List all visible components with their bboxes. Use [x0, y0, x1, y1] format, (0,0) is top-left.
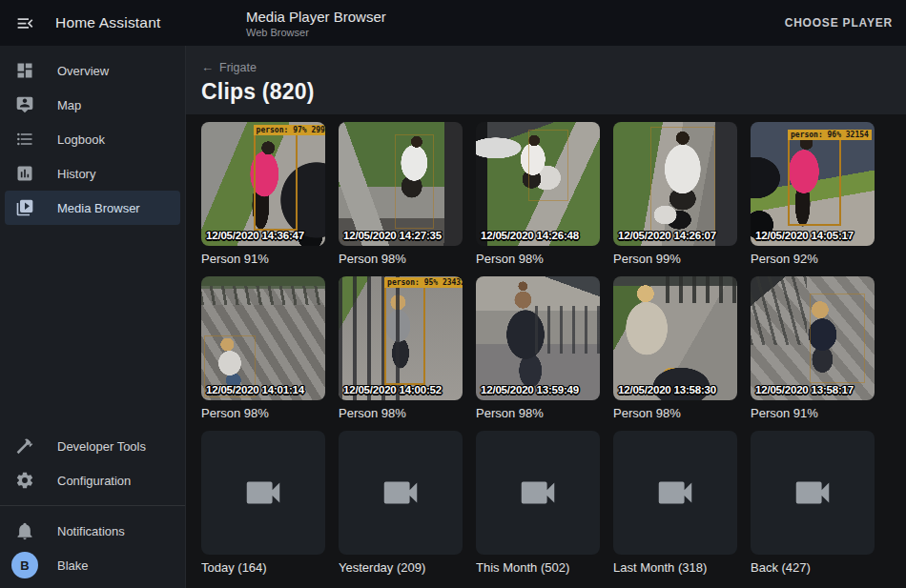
page-title: Media Player Browser [246, 9, 386, 25]
clip-thumbnail: 12/05/2020 14:26:07 [613, 122, 737, 246]
back-arrow-icon: ← [201, 60, 214, 74]
clip-caption: Person 91% [751, 406, 875, 421]
detection-box [528, 130, 569, 201]
media-clip-card[interactable]: 12/05/2020 14:27:35 Person 98% [339, 122, 463, 267]
clip-caption: Person 92% [751, 252, 875, 267]
avatar: B [11, 552, 38, 578]
sidebar: Overview Map Logbook History Media Brows… [0, 46, 186, 588]
clip-caption: Person 98% [476, 406, 600, 421]
folder-caption: Today (164) [201, 560, 325, 576]
folder-caption: Yesterday (209) [339, 560, 463, 576]
sidebar-item-overview[interactable]: Overview [5, 53, 180, 88]
sidebar-divider [0, 505, 185, 506]
media-clip-card[interactable]: 12/05/2020 13:58:17 Person 91% [751, 276, 875, 421]
detection-label: person: 96% 32154 [788, 130, 872, 140]
media-clip-card[interactable]: 12/05/2020 14:01:14 Person 98% [201, 276, 325, 421]
clip-thumbnail: person: 96% 32154 12/05/2020 14:05:17 [751, 122, 875, 246]
page-title-block: Media Player Browser Web Browser [246, 0, 386, 46]
sidebar-item-profile[interactable]: B Blake [5, 548, 180, 582]
video-camera-icon [653, 471, 697, 515]
clip-thumbnail: 12/05/2020 14:01:14 [201, 276, 325, 400]
clip-thumbnail: 12/05/2020 14:27:35 [339, 122, 463, 246]
sidebar-item-label: History [57, 167, 95, 181]
breadcrumb-back-link[interactable]: ← Frigate [201, 60, 257, 74]
sidebar-item-label: Overview [57, 64, 109, 78]
media-clip-card[interactable]: 12/05/2020 14:26:07 Person 99% [613, 122, 737, 267]
media-folder-card-this-month[interactable]: This Month (502) [476, 431, 600, 576]
breadcrumb-label: Frigate [219, 61, 257, 74]
clip-thumbnail: person: 95% 23432 12/05/2020 14:00:52 [339, 276, 463, 400]
media-clip-card[interactable]: 12/05/2020 14:26:48 Person 98% [476, 122, 600, 267]
clip-thumbnail: 12/05/2020 13:59:49 [476, 276, 600, 400]
detection-box: person: 96% 32154 [788, 138, 841, 226]
media-header: ← Frigate Clips (820) [186, 46, 906, 114]
media-folder-card-yesterday[interactable]: Yesterday (209) [339, 431, 463, 576]
detection-box: person: 95% 23432 [384, 286, 425, 385]
clip-timestamp: 12/05/2020 13:58:30 [618, 384, 737, 395]
play-box-multiple-icon [15, 198, 34, 217]
media-clip-card[interactable]: person: 95% 23432 12/05/2020 14:00:52 Pe… [339, 276, 463, 421]
sidebar-item-history[interactable]: History [5, 156, 180, 191]
video-camera-icon [241, 471, 285, 515]
hammer-icon [15, 436, 34, 456]
clip-caption: Person 91% [201, 252, 325, 267]
sidebar-item-label: Blake [57, 558, 89, 573]
chart-box-icon [15, 164, 34, 183]
media-clip-card[interactable]: person: 97% 29988 12/05/2020 14:36:47 Pe… [201, 122, 325, 267]
sidebar-footer: Notifications B Blake [0, 497, 185, 588]
folder-thumbnail [613, 431, 737, 555]
sidebar-item-label: Logbook [57, 132, 105, 147]
sidebar-item-developer-tools[interactable]: Developer Tools [5, 429, 180, 463]
media-clip-card[interactable]: person: 96% 32154 12/05/2020 14:05:17 Pe… [751, 122, 875, 267]
clip-timestamp: 12/05/2020 14:26:48 [481, 230, 600, 241]
sidebar-item-media-browser[interactable]: Media Browser [5, 191, 180, 225]
clip-caption: Person 98% [613, 406, 737, 421]
video-camera-icon [791, 471, 834, 515]
folder-thumbnail [339, 431, 463, 555]
detection-box [650, 127, 715, 235]
media-folder-card-today[interactable]: Today (164) [201, 431, 325, 576]
sidebar-item-label: Media Browser [57, 201, 140, 215]
sidebar-item-logbook[interactable]: Logbook [5, 122, 180, 156]
top-bar: Home Assistant Media Player Browser Web … [0, 0, 906, 46]
gear-icon [15, 471, 34, 490]
sidebar-item-label: Configuration [57, 474, 131, 488]
media-folder-card-back[interactable]: Back (427) [751, 431, 875, 576]
sidebar-item-map[interactable]: Map [5, 88, 180, 122]
clip-caption: Person 98% [339, 252, 463, 267]
sidebar-item-label: Map [57, 98, 81, 112]
menu-open-icon [15, 13, 35, 33]
clip-timestamp: 12/05/2020 14:01:14 [206, 384, 325, 395]
detection-label: person: 97% 29988 [254, 125, 325, 135]
app-window: Home Assistant Media Player Browser Web … [0, 0, 906, 588]
sidebar-item-configuration[interactable]: Configuration [5, 463, 180, 497]
detection-label: person: 95% 23432 [384, 277, 463, 288]
view-dashboard-icon [15, 61, 34, 80]
folder-caption: This Month (502) [476, 560, 600, 576]
video-camera-icon [516, 471, 560, 515]
sidebar-item-notifications[interactable]: Notifications [5, 514, 180, 548]
clip-timestamp: 12/05/2020 14:27:35 [343, 230, 463, 241]
clip-thumbnail: person: 97% 29988 12/05/2020 14:36:47 [201, 122, 325, 246]
clip-thumbnail: 12/05/2020 13:58:17 [751, 276, 875, 400]
page-section-title: Clips (820) [201, 79, 906, 105]
media-folder-card-last-month[interactable]: Last Month (318) [613, 431, 737, 576]
folder-thumbnail [201, 431, 325, 555]
clip-timestamp: 12/05/2020 14:36:47 [206, 230, 325, 241]
clip-caption: Person 98% [339, 406, 463, 421]
detection-box [395, 134, 435, 229]
clip-caption: Person 98% [476, 252, 600, 267]
account-location-icon [15, 95, 34, 114]
page-subtitle: Web Browser [246, 27, 386, 38]
clip-thumbnail: 12/05/2020 14:26:48 [476, 122, 600, 246]
clip-timestamp: 12/05/2020 14:05:17 [755, 230, 875, 241]
folder-caption: Back (427) [751, 560, 875, 576]
bell-icon [15, 521, 34, 540]
folder-caption: Last Month (318) [613, 560, 737, 576]
media-clip-card[interactable]: 12/05/2020 13:58:30 Person 98% [613, 276, 737, 421]
folder-thumbnail [751, 431, 875, 555]
sidebar-toggle-button[interactable] [6, 4, 44, 42]
media-clip-card[interactable]: 12/05/2020 13:59:49 Person 98% [476, 276, 600, 421]
clip-caption: Person 98% [201, 406, 325, 421]
choose-player-button[interactable]: CHOOSE PLAYER [785, 0, 893, 46]
